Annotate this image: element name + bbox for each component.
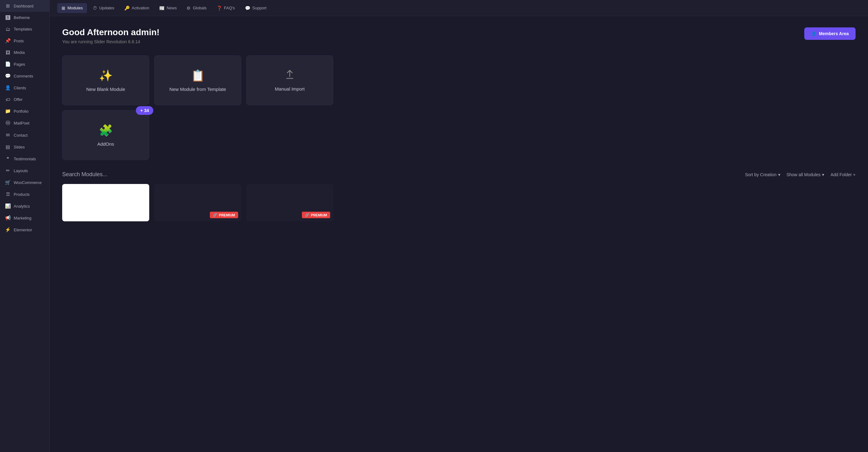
- greeting-heading: Good Afternoon admin!: [62, 27, 159, 37]
- addons-label: AddOns: [97, 141, 114, 147]
- premium-label-1: PREMIUM: [219, 213, 235, 217]
- modules-toolbar: Search Modules... Sort by Creation ▾ Sho…: [62, 171, 856, 178]
- sidebar-icon-posts: 📌: [5, 38, 10, 44]
- members-area-button[interactable]: 👤 Members Area: [804, 27, 856, 40]
- sidebar-item-offer[interactable]: 🏷 Offer: [0, 94, 50, 105]
- sidebar-label-testimonials: Testimonials: [14, 157, 36, 161]
- sidebar-item-woocommerce[interactable]: 🛒 WooCommerce: [0, 176, 50, 188]
- nav-label-globals: Globals: [193, 6, 207, 10]
- nav-item-news[interactable]: 📰 News: [155, 3, 181, 13]
- sidebar-label-comments: Comments: [14, 74, 33, 79]
- new-template-module-card[interactable]: 📋 New Module from Template: [154, 55, 241, 105]
- premium-label-2: PREMIUM: [311, 213, 327, 217]
- modules-grid: 🔗 PREMIUM 🔗 PREMIUM: [62, 184, 856, 221]
- manual-import-card[interactable]: Manual Import: [246, 55, 333, 105]
- sidebar-label-pages: Pages: [14, 62, 25, 66]
- sidebar-label-analytics: Analytics: [14, 204, 30, 208]
- sidebar-icon-contact: ✉: [5, 132, 10, 138]
- sidebar-item-testimonials[interactable]: ❝ Testimonials: [0, 153, 50, 165]
- sidebar-label-betheme: Betheme: [14, 15, 30, 20]
- manual-import-label: Manual Import: [275, 86, 305, 91]
- sidebar-icon-slides: ▤: [5, 144, 10, 150]
- new-blank-module-card[interactable]: ✨ New Blank Module: [62, 55, 149, 105]
- sidebar-icon-woocommerce: 🛒: [5, 179, 10, 185]
- nav-item-faqs[interactable]: ❓ FAQ's: [212, 3, 239, 13]
- module-thumbnail-2[interactable]: 🔗 PREMIUM: [154, 184, 241, 221]
- sidebar-item-media[interactable]: 🖼 Media: [0, 47, 50, 58]
- content-area: Good Afternoon admin! You are running Sl…: [50, 16, 868, 452]
- sidebar-icon-products: ☰: [5, 192, 10, 197]
- nav-label-modules: Modules: [67, 6, 83, 10]
- sidebar-icon-pages: 📄: [5, 61, 10, 67]
- sidebar-item-layouts[interactable]: ✏ Layouts: [0, 165, 50, 176]
- premium-icon-2: 🔗: [305, 213, 309, 217]
- sidebar-icon-dashboard: ⊞: [5, 3, 10, 9]
- toolbar-right: Sort by Creation ▾ Show all Modules ▾ Ad…: [745, 172, 856, 177]
- nav-label-support: Support: [252, 6, 267, 10]
- upload-icon: [284, 69, 296, 82]
- module-thumbnail-1[interactable]: [62, 184, 149, 221]
- new-blank-label: New Blank Module: [86, 87, 125, 92]
- sidebar-icon-betheme: 🅱: [5, 15, 10, 20]
- sidebar-icon-comments: 💬: [5, 73, 10, 79]
- page-header: Good Afternoon admin! You are running Sl…: [62, 27, 856, 44]
- sidebar-item-slides[interactable]: ▤ Slides: [0, 141, 50, 153]
- sidebar-label-portfolio: Portfolio: [14, 109, 29, 114]
- sidebar-label-products: Products: [14, 192, 30, 197]
- sidebar-item-analytics[interactable]: 📊 Analytics: [0, 200, 50, 212]
- sort-button[interactable]: Sort by Creation ▾: [745, 172, 780, 177]
- sidebar-item-portfolio[interactable]: 📁 Portfolio: [0, 105, 50, 117]
- search-modules-label[interactable]: Search Modules...: [62, 171, 107, 178]
- add-folder-label: Add Folder +: [830, 172, 856, 177]
- add-folder-button[interactable]: Add Folder +: [830, 172, 856, 177]
- members-area-label: Members Area: [819, 31, 849, 36]
- sidebar-label-offer: Offer: [14, 97, 23, 102]
- sidebar-item-contact[interactable]: ✉ Contact: [0, 129, 50, 141]
- sidebar-icon-layouts: ✏: [5, 168, 10, 173]
- sidebar-item-pages[interactable]: 📄 Pages: [0, 58, 50, 70]
- sidebar-item-dashboard[interactable]: ⊞ Dashboard: [0, 0, 50, 12]
- sidebar-icon-analytics: 📊: [5, 203, 10, 209]
- action-cards-row1: ✨ New Blank Module 📋 New Module from Tem…: [62, 55, 856, 105]
- sidebar-item-marketing[interactable]: 📢 Marketing: [0, 212, 50, 224]
- title-group: Good Afternoon admin! You are running Sl…: [62, 27, 159, 44]
- nav-label-activation: Activation: [132, 6, 149, 10]
- sidebar-icon-templates: 🗂: [5, 26, 10, 32]
- nav-icon-modules: ⊞: [62, 6, 65, 10]
- sidebar-label-layouts: Layouts: [14, 168, 28, 173]
- sidebar-item-templates[interactable]: 🗂 Templates: [0, 23, 50, 35]
- sidebar-label-contact: Contact: [14, 133, 28, 138]
- premium-badge-1: 🔗 PREMIUM: [210, 212, 238, 218]
- sidebar-item-products[interactable]: ☰ Products: [0, 188, 50, 200]
- sidebar-icon-mailpoet: Ⓜ: [5, 120, 10, 126]
- sidebar-icon-elementor: ⚡: [5, 227, 10, 232]
- addons-card[interactable]: + 34 🧩 AddOns: [62, 110, 149, 160]
- sidebar-icon-media: 🖼: [5, 50, 10, 55]
- sidebar-label-posts: Posts: [14, 38, 24, 43]
- sidebar-label-marketing: Marketing: [14, 216, 31, 220]
- sidebar-item-posts[interactable]: 📌 Posts: [0, 35, 50, 47]
- sidebar-item-mailpoet[interactable]: Ⓜ MailPoet: [0, 117, 50, 129]
- sidebar-item-comments[interactable]: 💬 Comments: [0, 70, 50, 82]
- sidebar-icon-clients: 👤: [5, 85, 10, 91]
- filter-button[interactable]: Show all Modules ▾: [786, 172, 825, 177]
- nav-item-support[interactable]: 💬 Support: [241, 3, 271, 13]
- nav-icon-support: 💬: [245, 6, 250, 10]
- filter-chevron-icon: ▾: [822, 172, 824, 177]
- nav-label-faqs: FAQ's: [224, 6, 235, 10]
- nav-icon-activation: 🔑: [124, 6, 130, 10]
- action-cards-row2: + 34 🧩 AddOns: [62, 110, 856, 160]
- filter-label: Show all Modules: [786, 172, 821, 177]
- nav-item-activation[interactable]: 🔑 Activation: [120, 3, 154, 13]
- sidebar-item-clients[interactable]: 👤 Clients: [0, 82, 50, 94]
- sidebar-item-elementor[interactable]: ⚡ Elementor: [0, 224, 50, 236]
- nav-icon-updates: ⏱: [93, 6, 97, 10]
- nav-item-modules[interactable]: ⊞ Modules: [57, 3, 87, 13]
- nav-item-globals[interactable]: ⚙ Globals: [182, 3, 211, 13]
- module-thumbnail-3[interactable]: 🔗 PREMIUM: [246, 184, 333, 221]
- sidebar: ⊞ Dashboard 🅱 Betheme 🗂 Templates 📌 Post…: [0, 0, 50, 452]
- nav-item-updates[interactable]: ⏱ Updates: [88, 3, 119, 13]
- sidebar-item-betheme[interactable]: 🅱 Betheme: [0, 12, 50, 23]
- sort-label: Sort by Creation: [745, 172, 777, 177]
- sidebar-icon-offer: 🏷: [5, 97, 10, 102]
